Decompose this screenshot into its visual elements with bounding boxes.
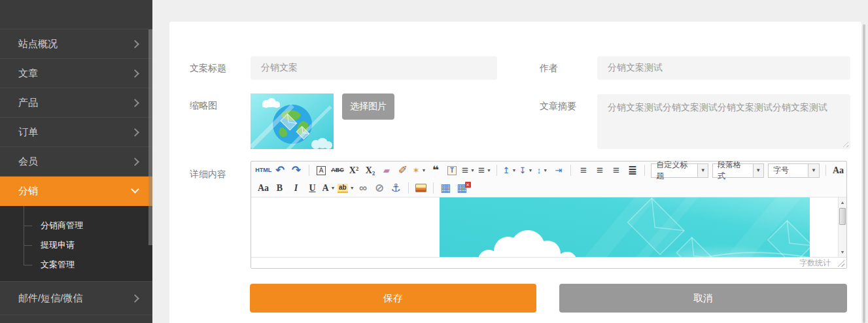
- chevron-right-icon: [131, 294, 139, 303]
- thumbnail-image: [251, 94, 334, 149]
- paragraph-format-select[interactable]: 段落格式▼: [712, 163, 764, 178]
- editor-scrollbar[interactable]: ▲ ▼: [838, 197, 846, 257]
- chevron-right-icon: [131, 69, 139, 78]
- sidebar-item-distribution[interactable]: 分销: [0, 177, 152, 206]
- scroll-up-icon[interactable]: ▲: [839, 198, 846, 207]
- case-convert-alt-icon[interactable]: Aa: [256, 181, 271, 196]
- insert-link-icon[interactable]: ∞: [356, 181, 371, 196]
- dropdown-caret-icon: ▼: [350, 186, 355, 190]
- case-convert-icon[interactable]: Aa: [831, 163, 846, 178]
- format-brush-icon[interactable]: ✐: [395, 163, 410, 178]
- font-size-select-label: 字号: [769, 165, 808, 176]
- cancel-button[interactable]: 取消: [559, 284, 847, 313]
- sidebar-header: [0, 0, 152, 29]
- sidebar-item-label: 分销: [18, 185, 38, 197]
- ordered-list-icon[interactable]: ≡▼: [460, 163, 476, 178]
- dropdown-caret-icon: ▼: [697, 164, 708, 177]
- custom-heading-select[interactable]: 自定义标题▼: [651, 163, 708, 178]
- sidebar-item-label: 产品: [18, 97, 38, 109]
- delete-badge-icon: ✕: [465, 182, 471, 188]
- sidebar-item-label: 站点概况: [18, 38, 58, 50]
- redo-icon[interactable]: ↷: [289, 163, 304, 178]
- indent-icon[interactable]: ⇥: [551, 163, 566, 178]
- subscript-icon[interactable]: X₂: [362, 163, 377, 178]
- submenu-item-distributor-management[interactable]: 分销商管理: [0, 216, 152, 235]
- line-height-icon[interactable]: ↕▼: [534, 163, 549, 178]
- space-after-paragraph-icon[interactable]: ↧▼: [518, 163, 533, 178]
- editor-scrollbar-thumb[interactable]: [839, 208, 846, 225]
- italic-icon[interactable]: I: [288, 181, 304, 196]
- bold-icon[interactable]: B: [272, 181, 287, 196]
- strikethrough-icon[interactable]: ABC: [330, 163, 345, 178]
- sidebar-item-label: 会员: [18, 156, 38, 168]
- sidebar-scrollbar-thumb[interactable]: [148, 29, 152, 245]
- quick-format-icon[interactable]: A: [313, 163, 328, 178]
- bullet-list-icon[interactable]: ≡▼: [477, 163, 492, 178]
- anchor-icon[interactable]: ⚓: [389, 181, 404, 196]
- admin-page: 站点概况 文章 产品 订单 会员 分销 分销商管理 提现申请 文案管理: [0, 0, 868, 323]
- toolbar-separator: [309, 165, 309, 176]
- distribution-submenu: 分销商管理 提现申请 文案管理: [0, 206, 152, 282]
- magic-effects-icon[interactable]: ✶▼: [411, 163, 426, 178]
- word-count-label: 字数统计: [799, 258, 831, 269]
- chevron-right-icon: [131, 158, 139, 166]
- undo-icon[interactable]: ↶: [273, 163, 288, 178]
- dropdown-caret-icon: ▼: [808, 164, 819, 177]
- toolbar-separator: [496, 165, 497, 176]
- select-image-button[interactable]: 选择图片: [342, 94, 394, 120]
- thumbnail-label: 缩略图: [190, 100, 217, 112]
- sidebar-item-articles[interactable]: 文章: [0, 59, 152, 88]
- align-center-icon[interactable]: ≡: [592, 163, 607, 178]
- insert-table-icon[interactable]: ▦: [438, 181, 453, 196]
- submenu-item-copy-management[interactable]: 文案管理: [0, 255, 152, 275]
- editor-statusbar: 字数统计: [251, 257, 846, 268]
- dropdown-caret-icon: ▼: [331, 186, 336, 190]
- align-left-icon[interactable]: ≡: [576, 163, 591, 178]
- underline-icon[interactable]: U: [305, 181, 320, 196]
- summary-textarea[interactable]: 分销文案测试分销文案测试分销文案测试分销文案测试: [597, 94, 850, 149]
- editor-resize-grip[interactable]: [837, 260, 844, 267]
- editor-banner-image: [440, 197, 810, 257]
- editor-content-area[interactable]: ▲ ▼: [251, 197, 846, 257]
- sidebar-item-label: 订单: [18, 126, 38, 139]
- save-button[interactable]: 保存: [250, 284, 536, 313]
- chevron-down-icon: [131, 185, 139, 194]
- html-source-button[interactable]: HTML: [256, 163, 271, 178]
- justify-icon[interactable]: ≣: [625, 163, 640, 178]
- toolbar-separator: [433, 182, 434, 194]
- sidebar-item-site-overview[interactable]: 站点概况: [0, 29, 152, 59]
- sidebar: 站点概况 文章 产品 订单 会员 分销 分销商管理 提现申请 文案管理: [0, 0, 152, 323]
- space-before-paragraph-icon[interactable]: ↥▼: [502, 163, 517, 178]
- author-input[interactable]: [597, 56, 850, 80]
- insert-image-icon[interactable]: [413, 181, 428, 196]
- editor-toolbar-row-2: AaBIUA▼ab▼∞⊘⚓▦▦✕: [251, 179, 846, 197]
- align-right-icon[interactable]: ≡: [608, 163, 623, 178]
- scroll-down-icon[interactable]: ▼: [839, 248, 846, 256]
- font-color-icon[interactable]: A▼: [321, 181, 336, 196]
- content-label: 详细内容: [190, 169, 226, 180]
- sidebar-item-orders[interactable]: 订单: [0, 118, 152, 147]
- page-scrollbar-thumb[interactable]: [863, 24, 865, 323]
- sidebar-item-label: 文章: [18, 67, 38, 80]
- sidebar-item-products[interactable]: 产品: [0, 88, 152, 118]
- blockquote-icon[interactable]: ❝: [428, 163, 443, 178]
- chevron-right-icon: [131, 99, 139, 107]
- dropdown-caret-icon: ▼: [470, 168, 475, 173]
- highlight-color-icon[interactable]: ab▼: [338, 181, 355, 196]
- unlink-icon[interactable]: ⊘: [372, 181, 387, 196]
- submenu-item-withdrawal-requests[interactable]: 提现申请: [0, 235, 152, 255]
- toolbar-separator: [408, 182, 409, 194]
- superscript-icon[interactable]: X²: [346, 163, 361, 178]
- remove-format-eraser-icon[interactable]: ▰: [379, 163, 394, 178]
- delete-table-icon[interactable]: ▦✕: [455, 181, 470, 196]
- sidebar-item-messaging[interactable]: 邮件/短信/微信: [0, 282, 152, 315]
- title-input[interactable]: [251, 56, 497, 80]
- dropdown-caret-icon: ▼: [487, 168, 491, 173]
- font-size-select[interactable]: 字号▼: [768, 163, 820, 178]
- content-card: 文案标题 作者 缩略图: [169, 22, 861, 323]
- toolbar-separator: [825, 165, 826, 176]
- sidebar-item-members[interactable]: 会员: [0, 147, 152, 177]
- summary-label: 文章摘要: [540, 101, 576, 112]
- paste-as-text-icon[interactable]: T: [444, 163, 459, 178]
- paragraph-format-select-label: 段落格式: [713, 160, 753, 182]
